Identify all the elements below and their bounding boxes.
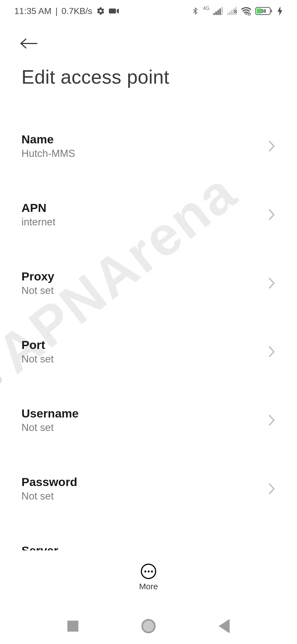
status-net-speed: 0.7KB/s [62, 6, 92, 16]
signal-bars-2-icon [227, 7, 237, 15]
setting-label: APN [21, 201, 55, 215]
status-separator: | [55, 6, 57, 16]
gear-icon [96, 7, 105, 15]
more-label: More [139, 582, 158, 591]
status-time: 11:35 AM [14, 6, 51, 16]
setting-label: Name [21, 133, 75, 146]
appbar [0, 22, 297, 54]
setting-row-password[interactable]: Password Not set [0, 464, 297, 514]
svg-rect-7 [229, 12, 230, 15]
page-title: Edit access point [0, 54, 297, 88]
setting-value: Not set [21, 422, 79, 433]
svg-rect-5 [221, 7, 223, 15]
chevron-right-icon [268, 414, 276, 426]
system-nav-bar [0, 608, 297, 644]
chevron-right-icon [268, 346, 276, 358]
settings-list: Name Hutch-MMS APN internet Proxy Not se… [0, 121, 297, 550]
setting-value: Not set [21, 285, 54, 296]
battery-pct: 38 [261, 9, 266, 14]
signal-bars-1-icon [213, 7, 223, 15]
svg-rect-9 [233, 9, 235, 15]
svg-rect-4 [219, 9, 221, 15]
back-button[interactable] [19, 32, 41, 54]
chevron-right-icon [268, 483, 276, 495]
camera-icon [109, 7, 119, 15]
nav-recent-button[interactable] [67, 621, 78, 632]
svg-point-11 [245, 13, 247, 15]
nav-home-button[interactable] [141, 619, 156, 633]
more-button[interactable] [141, 564, 156, 579]
setting-value: internet [21, 216, 55, 228]
setting-value: Not set [21, 490, 77, 502]
svg-rect-2 [215, 12, 217, 15]
status-right: 4G 38 [191, 6, 283, 16]
setting-value: Hutch-MMS [21, 148, 75, 159]
setting-row-username[interactable]: Username Not set [0, 395, 297, 445]
chevron-right-icon [268, 140, 276, 152]
svg-rect-3 [217, 10, 219, 15]
svg-rect-8 [231, 10, 232, 15]
chevron-right-icon [268, 277, 276, 289]
setting-row-port[interactable]: Port Not set [0, 327, 297, 376]
chevron-right-icon [268, 209, 276, 221]
nav-back-button[interactable] [219, 619, 230, 633]
setting-row-apn[interactable]: APN internet [0, 190, 297, 239]
setting-row-proxy[interactable]: Proxy Not set [0, 258, 297, 308]
charging-icon [277, 6, 283, 16]
setting-row-server[interactable]: Server Not set [0, 532, 297, 550]
bottom-action-bar: More [0, 553, 297, 602]
signal-4g-label: 4G [203, 6, 210, 11]
setting-label: Password [21, 475, 77, 489]
setting-value: Not set [21, 353, 54, 365]
svg-rect-1 [213, 13, 215, 15]
svg-rect-6 [227, 13, 229, 15]
bluetooth-icon [191, 7, 199, 15]
svg-point-12 [248, 13, 251, 15]
arrow-left-icon [19, 37, 38, 50]
setting-label: Proxy [21, 270, 54, 283]
svg-rect-15 [271, 10, 272, 12]
setting-label: Port [21, 338, 54, 352]
setting-label: Server [21, 544, 58, 550]
setting-row-name[interactable]: Name Hutch-MMS [0, 121, 297, 171]
status-left: 11:35 AM | 0.7KB/s [14, 6, 119, 16]
wifi-icon [241, 7, 251, 15]
status-bar: 11:35 AM | 0.7KB/s 4G 38 [0, 0, 297, 22]
battery-icon: 38 [255, 7, 273, 15]
setting-label: Username [21, 407, 79, 420]
